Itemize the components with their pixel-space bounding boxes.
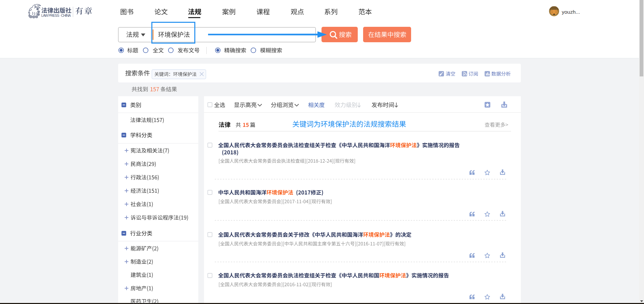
svg-text:LAW PRESS · CHINA: LAW PRESS · CHINA [41,13,71,17]
svg-text:youzh...: youzh... [562,9,580,15]
